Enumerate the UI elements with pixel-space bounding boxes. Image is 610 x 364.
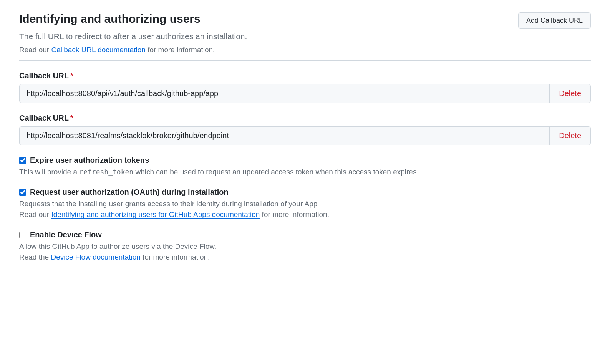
section-divider [19,60,591,61]
desc-suffix: for more information. [141,253,210,261]
desc-suffix: for more information. [260,210,329,218]
device-flow-docs-link[interactable]: Device Flow documentation [51,253,140,261]
section-title: Identifying and authorizing users [19,12,201,25]
helper-prefix: Read our [19,46,51,54]
request-oauth-label[interactable]: Request user authorization (OAuth) durin… [30,188,229,197]
expire-tokens-section: Expire user authorization tokens This wi… [19,156,591,176]
device-flow-description-1: Allow this GitHub App to authorize users… [19,242,591,251]
callback-url-field-1: Callback URL* Delete [19,114,591,145]
delete-callback-button[interactable]: Delete [549,84,590,103]
helper-suffix: for more information. [146,46,215,54]
delete-callback-button[interactable]: Delete [549,127,590,145]
add-callback-url-button[interactable]: Add Callback URL [518,12,591,29]
callback-url-input[interactable] [20,127,549,145]
section-subtitle: The full URL to redirect to after a user… [19,32,591,41]
label-text: Callback URL [19,114,69,122]
desc-prefix: Read the [19,253,51,261]
device-flow-label[interactable]: Enable Device Flow [30,230,102,239]
required-asterisk: * [70,71,73,80]
device-flow-checkbox[interactable] [19,232,26,238]
identifying-authorizing-docs-link[interactable]: Identifying and authorizing users for Gi… [51,210,260,219]
refresh-token-code: refresh_token [79,168,133,176]
request-oauth-checkbox[interactable] [19,189,26,196]
desc-suffix: which can be used to request an updated … [133,168,419,176]
request-oauth-section: Request user authorization (OAuth) durin… [19,188,591,219]
request-oauth-description-1: Requests that the installing user grants… [19,200,591,208]
request-oauth-description-2: Read our Identifying and authorizing use… [19,210,591,219]
callback-url-label: Callback URL* [19,114,591,122]
callback-url-input[interactable] [20,84,549,103]
label-text: Callback URL [19,71,69,80]
callback-url-field-0: Callback URL* Delete [19,71,591,103]
callback-url-docs-link[interactable]: Callback URL documentation [51,46,145,54]
required-asterisk: * [70,114,73,122]
desc-prefix: Read our [19,210,51,218]
section-helper-text: Read our Callback URL documentation for … [19,46,591,54]
expire-tokens-label[interactable]: Expire user authorization tokens [30,156,149,165]
expire-tokens-description: This will provide a refresh_token which … [19,168,591,176]
callback-url-label: Callback URL* [19,71,591,80]
device-flow-description-2: Read the Device Flow documentation for m… [19,253,591,261]
expire-tokens-checkbox[interactable] [19,157,26,164]
desc-prefix: This will provide a [19,168,79,176]
device-flow-section: Enable Device Flow Allow this GitHub App… [19,230,591,261]
